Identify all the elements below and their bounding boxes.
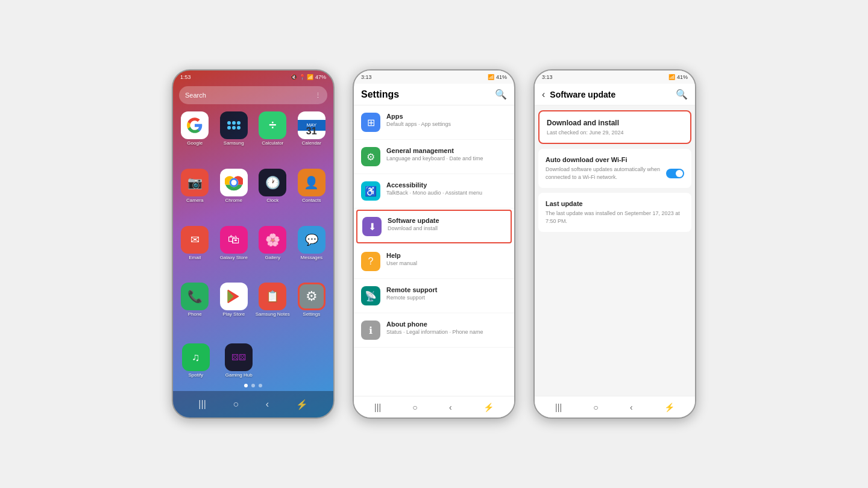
download-install-title: Download and install — [547, 119, 683, 127]
nav-bar-3: ||| ○ ‹ ⚡ — [535, 396, 695, 418]
settings-list: ⊞ Apps Default apps · App settings ⚙ Gen… — [354, 105, 514, 396]
auto-download-toggle[interactable] — [666, 169, 684, 178]
samsung-label: Samsung — [224, 140, 244, 146]
app-grid: Google Samsung ÷ Calculator MAY 31 Calen… — [173, 107, 333, 342]
about-icon: ℹ — [361, 321, 380, 340]
app-messages[interactable]: 💬 Messages — [294, 226, 330, 281]
bixby-icon-2[interactable]: ⚡ — [483, 402, 494, 412]
camera-label: Camera — [186, 198, 203, 203]
app-gallery[interactable]: 🌸 Gallery — [254, 226, 291, 281]
bixby-icon-3[interactable]: ⚡ — [664, 402, 675, 412]
calculator-label: Calculator — [262, 140, 283, 146]
nav-bar-2: ||| ○ ‹ ⚡ — [354, 396, 514, 418]
dot-3 — [259, 384, 262, 387]
settings-item-about[interactable]: ℹ About phone Status · Legal information… — [354, 313, 514, 348]
app-chrome[interactable]: Chrome — [216, 169, 253, 224]
back-button[interactable]: ‹ — [542, 89, 545, 100]
time-1: 1:53 — [180, 74, 191, 80]
app-samsung-notes[interactable]: 📋 Samsung Notes — [254, 283, 291, 337]
recent-apps-icon[interactable]: ||| — [198, 399, 206, 410]
search-label: Search — [185, 92, 206, 99]
app-contacts[interactable]: 👤 Contacts — [294, 169, 330, 224]
accessibility-subtitle: TalkBack · Mono audio · Assistant menu — [386, 190, 482, 196]
software-update-subtitle: Download and install — [388, 225, 439, 231]
home-icon-3[interactable]: ○ — [593, 402, 598, 412]
help-text: Help User manual — [386, 252, 417, 266]
accessibility-text: Accessibility TalkBack · Mono audio · As… — [386, 181, 482, 196]
dot-2 — [251, 384, 255, 387]
accessibility-title: Accessibility — [386, 181, 482, 189]
settings-label: Settings — [303, 311, 320, 317]
time-2: 3:13 — [361, 74, 372, 80]
remote-title: Remote support — [386, 286, 437, 293]
phone-label: Phone — [188, 311, 202, 317]
settings-item-help[interactable]: ? Help User manual — [354, 245, 514, 279]
app-email[interactable]: ✉ Email — [177, 226, 213, 281]
remote-subtitle: Remote support — [386, 295, 437, 301]
google-icon — [181, 111, 209, 139]
search-icon[interactable]: 🔍 — [495, 89, 507, 100]
settings-item-general[interactable]: ⚙ General management Language and keyboa… — [354, 140, 514, 174]
phone-settings: 3:13 📶 41% Settings 🔍 ⊞ Apps Default app… — [353, 69, 515, 419]
accessibility-icon: ♿ — [361, 181, 380, 201]
play-store-icon — [220, 283, 248, 310]
app-google[interactable]: Google — [177, 111, 213, 166]
software-update-page-title: Software update — [550, 90, 615, 99]
software-update-title: Software update — [388, 217, 439, 224]
calculator-icon: ÷ — [259, 111, 286, 139]
last-update-title: Last update — [546, 200, 684, 207]
app-gaming-hub[interactable]: ⚄⚄ Gaming Hub — [220, 343, 259, 378]
app-galaxy-store[interactable]: 🛍 Galaxy Store — [216, 226, 253, 281]
app-spotify[interactable]: ♫ Spotify — [177, 343, 215, 378]
software-update-header: ‹ Software update 🔍 — [535, 84, 695, 105]
app-samsung[interactable]: Samsung — [216, 111, 253, 166]
recent-apps-icon-2[interactable]: ||| — [374, 402, 381, 412]
general-icon: ⚙ — [361, 147, 380, 166]
phone-icon: 📞 — [181, 283, 209, 310]
download-install-card[interactable]: Download and install Last checked on: Ju… — [538, 110, 691, 144]
software-update-content: Download and install Last checked on: Ju… — [535, 105, 695, 396]
app-settings[interactable]: ⚙ Settings — [294, 283, 330, 337]
calendar-label: Calendar — [302, 140, 321, 146]
app-calculator[interactable]: ÷ Calculator — [254, 111, 291, 166]
software-update-text: Software update Download and install — [388, 217, 439, 231]
app-play-store[interactable]: Play Store — [216, 283, 253, 337]
more-icon[interactable]: ⋮ — [315, 92, 321, 99]
back-icon[interactable]: ‹ — [266, 399, 269, 410]
app-camera[interactable]: 📷 Camera — [177, 169, 213, 224]
dot-1 — [244, 384, 248, 387]
search-icon-3[interactable]: 🔍 — [676, 89, 688, 100]
auto-download-description: Download software updates automatically … — [546, 166, 684, 181]
recent-apps-icon-3[interactable]: ||| — [555, 402, 562, 412]
svg-point-1 — [231, 180, 236, 185]
status-bar-1: 1:53 🔇 📍 📶 47% — [173, 70, 333, 84]
settings-item-accessibility[interactable]: ♿ Accessibility TalkBack · Mono audio · … — [354, 174, 514, 208]
settings-title: Settings — [361, 89, 399, 100]
back-icon-2[interactable]: ‹ — [449, 402, 452, 412]
about-subtitle: Status · Legal information · Phone name — [386, 329, 483, 335]
help-subtitle: User manual — [386, 260, 417, 266]
app-phone[interactable]: 📞 Phone — [177, 283, 213, 337]
phone-software-update: 3:13 📶 41% ‹ Software update 🔍 Download … — [533, 69, 696, 419]
about-text: About phone Status · Legal information ·… — [386, 321, 483, 335]
app-calendar[interactable]: MAY 31 Calendar — [294, 111, 330, 166]
google-label: Google — [187, 140, 203, 146]
samsung-notes-label: Samsung Notes — [256, 311, 290, 317]
auto-download-title: Auto download over Wi-Fi — [546, 156, 684, 163]
remote-text: Remote support Remote support — [386, 286, 437, 301]
settings-item-software-update[interactable]: ⬇ Software update Download and install — [356, 210, 512, 243]
bixby-icon[interactable]: ⚡ — [296, 399, 308, 410]
settings-item-remote[interactable]: 📡 Remote support Remote support — [354, 279, 514, 313]
home-icon-2[interactable]: ○ — [412, 402, 417, 412]
nav-bar-1: ||| ○ ‹ ⚡ — [173, 391, 333, 418]
remote-icon: 📡 — [361, 286, 380, 305]
app-clock[interactable]: 🕐 Clock — [254, 169, 291, 224]
last-update-description: The last update was installed on Septemb… — [546, 210, 684, 225]
email-icon: ✉ — [181, 226, 209, 254]
gaming-hub-icon: ⚄⚄ — [225, 343, 253, 371]
settings-item-apps[interactable]: ⊞ Apps Default apps · App settings — [354, 105, 514, 140]
apps-icon: ⊞ — [361, 113, 380, 132]
home-icon[interactable]: ○ — [233, 399, 239, 410]
back-icon-3[interactable]: ‹ — [630, 402, 633, 412]
search-bar[interactable]: Search ⋮ — [179, 86, 327, 104]
